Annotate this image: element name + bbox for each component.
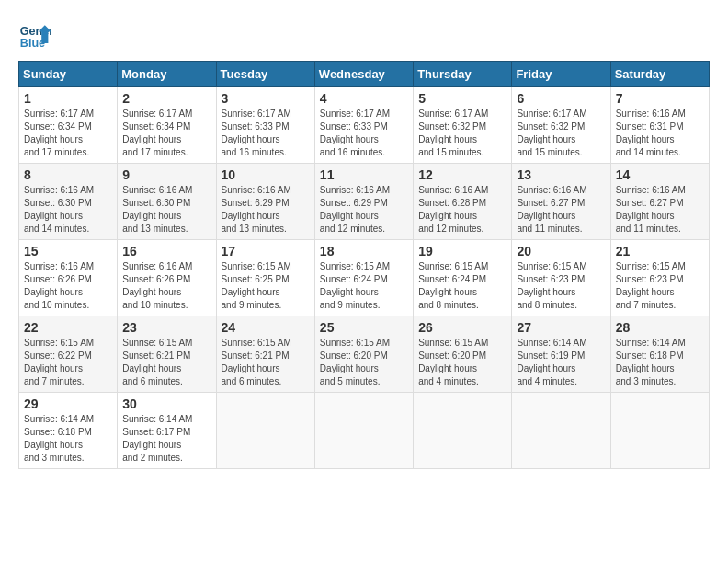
calendar-cell: 12 Sunrise: 6:16 AM Sunset: 6:28 PM Dayl… — [414, 164, 512, 240]
day-number: 3 — [222, 91, 310, 106]
day-info: Sunrise: 6:16 AM Sunset: 6:30 PM Dayligh… — [122, 184, 210, 236]
day-info: Sunrise: 6:17 AM Sunset: 6:34 PM Dayligh… — [24, 108, 112, 159]
day-info: Sunrise: 6:16 AM Sunset: 6:31 PM Dayligh… — [616, 108, 704, 159]
calendar-cell: 17 Sunrise: 6:15 AM Sunset: 6:25 PM Dayl… — [216, 240, 314, 316]
day-number: 30 — [122, 396, 210, 411]
day-number: 2 — [122, 91, 210, 106]
day-info: Sunrise: 6:16 AM Sunset: 6:29 PM Dayligh… — [320, 184, 408, 236]
calendar-cell: 28 Sunrise: 6:14 AM Sunset: 6:18 PM Dayl… — [610, 316, 709, 393]
calendar-cell: 5 Sunrise: 6:17 AM Sunset: 6:32 PM Dayli… — [414, 87, 512, 164]
day-number: 18 — [320, 244, 408, 259]
calendar-cell: 11 Sunrise: 6:16 AM Sunset: 6:29 PM Dayl… — [314, 164, 413, 240]
logo: General Blue — [18, 18, 51, 52]
calendar-table: SundayMondayTuesdayWednesdayThursdayFrid… — [18, 61, 710, 469]
calendar-cell: 16 Sunrise: 6:16 AM Sunset: 6:26 PM Dayl… — [118, 240, 216, 316]
calendar-cell: 15 Sunrise: 6:16 AM Sunset: 6:26 PM Dayl… — [19, 240, 118, 316]
day-info: Sunrise: 6:16 AM Sunset: 6:30 PM Dayligh… — [24, 184, 112, 236]
day-number: 20 — [517, 244, 605, 259]
day-number: 26 — [418, 320, 506, 335]
calendar-cell: 20 Sunrise: 6:15 AM Sunset: 6:23 PM Dayl… — [512, 240, 610, 316]
day-number: 16 — [122, 244, 210, 259]
calendar-cell — [512, 393, 610, 469]
day-number: 7 — [616, 91, 704, 106]
calendar-cell: 30 Sunrise: 6:14 AM Sunset: 6:17 PM Dayl… — [118, 393, 216, 469]
day-info: Sunrise: 6:15 AM Sunset: 6:21 PM Dayligh… — [122, 337, 210, 388]
day-number: 10 — [222, 167, 310, 182]
column-header-thursday: Thursday — [414, 62, 512, 87]
calendar-cell: 22 Sunrise: 6:15 AM Sunset: 6:22 PM Dayl… — [19, 316, 118, 393]
calendar-cell — [610, 393, 709, 469]
svg-text:Blue: Blue — [20, 37, 45, 50]
day-info: Sunrise: 6:15 AM Sunset: 6:23 PM Dayligh… — [616, 260, 704, 312]
day-number: 25 — [320, 320, 408, 335]
calendar-cell: 4 Sunrise: 6:17 AM Sunset: 6:33 PM Dayli… — [314, 87, 413, 164]
calendar-cell: 21 Sunrise: 6:15 AM Sunset: 6:23 PM Dayl… — [610, 240, 709, 316]
calendar-week-5: 29 Sunrise: 6:14 AM Sunset: 6:18 PM Dayl… — [19, 393, 710, 469]
column-header-friday: Friday — [512, 62, 610, 87]
calendar-cell — [414, 393, 512, 469]
day-info: Sunrise: 6:14 AM Sunset: 6:18 PM Dayligh… — [616, 337, 704, 388]
calendar-cell: 25 Sunrise: 6:15 AM Sunset: 6:20 PM Dayl… — [314, 316, 413, 393]
day-number: 13 — [517, 167, 605, 182]
calendar-cell — [314, 393, 413, 469]
day-info: Sunrise: 6:15 AM Sunset: 6:21 PM Dayligh… — [222, 337, 310, 388]
column-header-wednesday: Wednesday — [314, 62, 413, 87]
page-header: General Blue — [18, 18, 710, 52]
day-number: 23 — [122, 320, 210, 335]
day-info: Sunrise: 6:14 AM Sunset: 6:19 PM Dayligh… — [517, 337, 605, 388]
day-info: Sunrise: 6:16 AM Sunset: 6:27 PM Dayligh… — [517, 184, 605, 236]
day-info: Sunrise: 6:15 AM Sunset: 6:20 PM Dayligh… — [320, 337, 408, 388]
calendar-cell: 26 Sunrise: 6:15 AM Sunset: 6:20 PM Dayl… — [414, 316, 512, 393]
calendar-cell: 7 Sunrise: 6:16 AM Sunset: 6:31 PM Dayli… — [610, 87, 709, 164]
day-info: Sunrise: 6:17 AM Sunset: 6:33 PM Dayligh… — [320, 108, 408, 159]
day-number: 6 — [517, 91, 605, 106]
column-header-tuesday: Tuesday — [216, 62, 314, 87]
calendar-cell: 9 Sunrise: 6:16 AM Sunset: 6:30 PM Dayli… — [118, 164, 216, 240]
day-info: Sunrise: 6:17 AM Sunset: 6:32 PM Dayligh… — [517, 108, 605, 159]
day-info: Sunrise: 6:15 AM Sunset: 6:20 PM Dayligh… — [418, 337, 506, 388]
day-info: Sunrise: 6:14 AM Sunset: 6:17 PM Dayligh… — [122, 413, 210, 465]
calendar-cell: 3 Sunrise: 6:17 AM Sunset: 6:33 PM Dayli… — [216, 87, 314, 164]
day-number: 17 — [222, 244, 310, 259]
day-number: 9 — [122, 167, 210, 182]
day-info: Sunrise: 6:15 AM Sunset: 6:24 PM Dayligh… — [320, 260, 408, 312]
day-number: 8 — [24, 167, 112, 182]
calendar-cell: 27 Sunrise: 6:14 AM Sunset: 6:19 PM Dayl… — [512, 316, 610, 393]
logo-icon: General Blue — [18, 18, 51, 52]
day-info: Sunrise: 6:16 AM Sunset: 6:29 PM Dayligh… — [222, 184, 310, 236]
calendar-cell: 6 Sunrise: 6:17 AM Sunset: 6:32 PM Dayli… — [512, 87, 610, 164]
day-number: 1 — [24, 91, 112, 106]
day-info: Sunrise: 6:15 AM Sunset: 6:23 PM Dayligh… — [517, 260, 605, 312]
day-info: Sunrise: 6:16 AM Sunset: 6:28 PM Dayligh… — [418, 184, 506, 236]
day-number: 28 — [616, 320, 704, 335]
day-info: Sunrise: 6:17 AM Sunset: 6:33 PM Dayligh… — [222, 108, 310, 159]
day-info: Sunrise: 6:16 AM Sunset: 6:26 PM Dayligh… — [24, 260, 112, 312]
day-number: 4 — [320, 91, 408, 106]
day-number: 21 — [616, 244, 704, 259]
calendar-week-4: 22 Sunrise: 6:15 AM Sunset: 6:22 PM Dayl… — [19, 316, 710, 393]
day-info: Sunrise: 6:17 AM Sunset: 6:34 PM Dayligh… — [122, 108, 210, 159]
calendar-cell: 10 Sunrise: 6:16 AM Sunset: 6:29 PM Dayl… — [216, 164, 314, 240]
day-number: 15 — [24, 244, 112, 259]
calendar-cell: 1 Sunrise: 6:17 AM Sunset: 6:34 PM Dayli… — [19, 87, 118, 164]
day-number: 22 — [24, 320, 112, 335]
calendar-week-2: 8 Sunrise: 6:16 AM Sunset: 6:30 PM Dayli… — [19, 164, 710, 240]
calendar-cell: 13 Sunrise: 6:16 AM Sunset: 6:27 PM Dayl… — [512, 164, 610, 240]
day-info: Sunrise: 6:14 AM Sunset: 6:18 PM Dayligh… — [24, 413, 112, 465]
day-info: Sunrise: 6:15 AM Sunset: 6:24 PM Dayligh… — [418, 260, 506, 312]
day-info: Sunrise: 6:15 AM Sunset: 6:22 PM Dayligh… — [24, 337, 112, 388]
day-number: 29 — [24, 396, 112, 411]
day-number: 24 — [222, 320, 310, 335]
day-number: 12 — [418, 167, 506, 182]
column-header-monday: Monday — [118, 62, 216, 87]
calendar-cell: 2 Sunrise: 6:17 AM Sunset: 6:34 PM Dayli… — [118, 87, 216, 164]
day-info: Sunrise: 6:16 AM Sunset: 6:26 PM Dayligh… — [122, 260, 210, 312]
day-number: 27 — [517, 320, 605, 335]
column-header-sunday: Sunday — [19, 62, 118, 87]
calendar-cell: 23 Sunrise: 6:15 AM Sunset: 6:21 PM Dayl… — [118, 316, 216, 393]
day-info: Sunrise: 6:15 AM Sunset: 6:25 PM Dayligh… — [222, 260, 310, 312]
day-number: 5 — [418, 91, 506, 106]
calendar-header-row: SundayMondayTuesdayWednesdayThursdayFrid… — [19, 62, 710, 87]
calendar-cell: 8 Sunrise: 6:16 AM Sunset: 6:30 PM Dayli… — [19, 164, 118, 240]
calendar-cell: 18 Sunrise: 6:15 AM Sunset: 6:24 PM Dayl… — [314, 240, 413, 316]
